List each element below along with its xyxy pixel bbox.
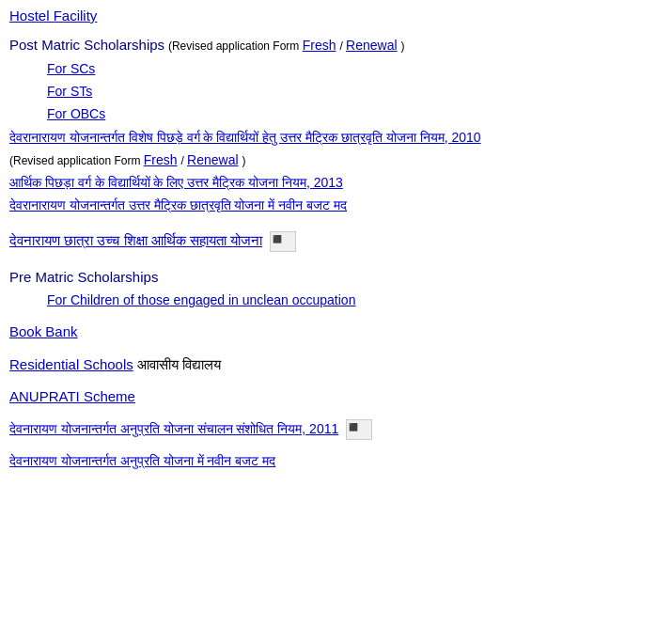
devnarayan-anuprati2-item: देवनारायण योजनान्तर्गत अनुप्रति योजना मे… [9, 451, 663, 471]
post-matric-title: Post Matric Scholarships [9, 37, 164, 53]
pre-matric-section: Pre Matric Scholarships For Children of … [9, 267, 663, 311]
devnarayan-anuprati1-section: देवनारायण योजनान्तर्गत अनुप्रति योजना सं… [9, 419, 663, 440]
anuprati-link[interactable]: ANUPRATI Scheme [9, 388, 135, 404]
for-sts-link[interactable]: For STs [47, 84, 92, 99]
devnarayan-anuprati2-section: देवनारायण योजनान्तर्गत अनुप्रति योजना मे… [9, 451, 663, 471]
devnarayan-higher-section: देवनारायण छात्रा उच्च शिक्षा आर्थिक सहाय… [9, 230, 663, 252]
fresh-link-1[interactable]: Fresh [303, 38, 336, 53]
renewal-link-2[interactable]: Renewal [187, 152, 238, 167]
fresh-link-2[interactable]: Fresh [144, 152, 178, 167]
book-bank-link[interactable]: Book Bank [9, 323, 78, 339]
devnarayan-line1-item: देवरानारायण योजनान्तर्गत विशेष पिछड़े वर… [9, 128, 663, 148]
image-placeholder-1 [270, 231, 296, 252]
for-sts-item: For STs [47, 82, 663, 102]
close-paren-2: ) [242, 154, 245, 167]
arthik-item: आर्थिक पिछड़ा वर्ग के विद्यार्थियों के ल… [9, 173, 663, 193]
pre-matric-header: Pre Matric Scholarships [9, 267, 663, 289]
devnarayan-anuprati2-link[interactable]: देवनारायण योजनान्तर्गत अनुप्रति योजना मे… [9, 453, 275, 468]
devnarayan-higher-link[interactable]: देवनारायण छात्रा उच्च शिक्षा आर्थिक सहाय… [9, 232, 262, 248]
devnarayan-anuprati1-item: देवनारायण योजनान्तर्गत अनुप्रति योजना सं… [9, 419, 663, 440]
for-obcs-item: For OBCs [47, 104, 663, 124]
hostel-section: Hostel Facility [9, 8, 663, 24]
revised2-text: (Revised application Form [9, 154, 144, 167]
book-bank-section: Book Bank [9, 322, 663, 343]
anuprati-section: ANUPRATI Scheme [9, 386, 663, 408]
devnarayan-higher-item: देवनारायण छात्रा उच्च शिक्षा आर्थिक सहाय… [9, 230, 663, 252]
revised2-line: (Revised application Form Fresh / Renewa… [9, 150, 663, 170]
arthik-link[interactable]: आर्थिक पिछड़ा वर्ग के विद्यार्थियों के ल… [9, 175, 343, 190]
close-paren-1: ) [400, 39, 404, 53]
pre-matric-items: For Children of those engaged in unclean… [9, 290, 663, 310]
revised-app-text: (Revised application Form [168, 39, 303, 53]
devnarayan-anuprati1-link[interactable]: देवनारायण योजनान्तर्गत अनुप्रति योजना सं… [9, 421, 338, 436]
anuprati-item: ANUPRATI Scheme [9, 386, 663, 408]
pre-matric-title: Pre Matric Scholarships [9, 269, 158, 285]
post-matric-header: Post Matric Scholarships (Revised applic… [9, 35, 663, 56]
for-scs-item: For SCs [47, 59, 663, 79]
for-scs-link[interactable]: For SCs [47, 61, 95, 76]
residential-hindi-label: आवासीय विद्यालय [137, 356, 221, 372]
residential-section: Residential Schools आवासीय विद्यालय [9, 354, 663, 376]
image-placeholder-2 [346, 419, 372, 440]
unclean-occupation-item: For Children of those engaged in unclean… [47, 290, 663, 310]
hostel-facility-link[interactable]: Hostel Facility [9, 8, 663, 24]
residential-schools-link[interactable]: Residential Schools [9, 356, 133, 372]
book-bank-item: Book Bank [9, 322, 663, 343]
residential-item: Residential Schools आवासीय विद्यालय [9, 354, 663, 376]
devnarayan-line2-link[interactable]: देवरानारायण योजनान्तर्गत उत्तर मैट्रिक छ… [9, 197, 347, 212]
unclean-occupation-link[interactable]: For Children of those engaged in unclean… [47, 292, 355, 307]
post-matric-section: Post Matric Scholarships (Revised applic… [9, 35, 663, 215]
for-obcs-link[interactable]: For OBCs [47, 106, 105, 121]
renewal-link-1[interactable]: Renewal [346, 38, 397, 53]
devnarayan-line1-link[interactable]: देवरानारायण योजनान्तर्गत विशेष पिछड़े वर… [9, 130, 481, 145]
devnarayan-line2-item: देवरानारायण योजनान्तर्गत उत्तर मैट्रिक छ… [9, 196, 663, 215]
post-matric-items: For SCs For STs For OBCs [9, 59, 663, 124]
